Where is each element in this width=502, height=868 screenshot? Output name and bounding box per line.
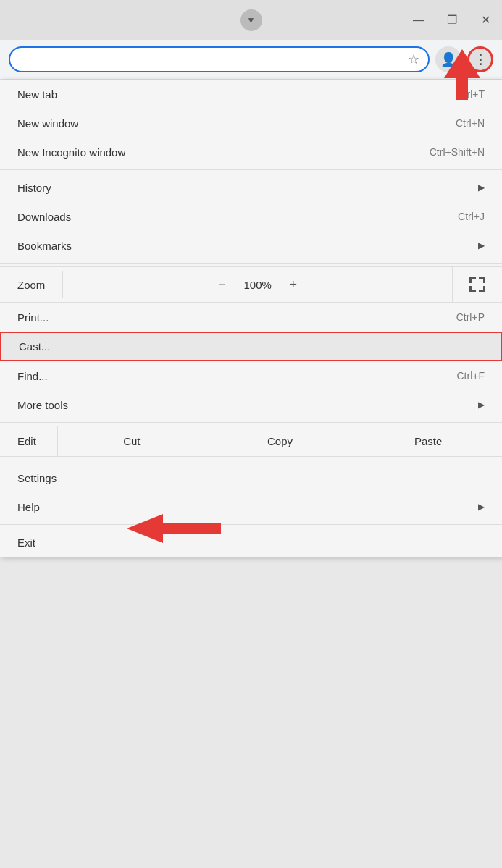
address-bar[interactable]: ☆ (9, 46, 430, 72)
copy-button[interactable]: Copy (206, 426, 355, 456)
zoom-value: 100% (243, 279, 271, 291)
address-bar-row: ☆ 👤 ⋮ (0, 40, 502, 80)
menu-item-settings[interactable]: Settings (0, 463, 502, 492)
svg-marker-9 (127, 514, 221, 543)
edit-row: Edit Cut Copy Paste (0, 426, 502, 457)
divider-3 (0, 422, 502, 423)
close-button[interactable]: ✕ (469, 0, 502, 40)
svg-rect-6 (469, 286, 472, 292)
cut-button[interactable]: Cut (58, 426, 206, 456)
title-bar-controls: — ❐ ✕ (402, 0, 502, 40)
zoom-plus-button[interactable]: + (283, 274, 304, 295)
svg-marker-0 (444, 49, 480, 100)
dropdown-icon: ▼ (247, 15, 256, 25)
divider-2 (0, 263, 502, 264)
divider-5 (0, 524, 502, 525)
menu-item-new-window[interactable]: New window Ctrl+N (0, 109, 502, 138)
minimize-button[interactable]: — (402, 0, 435, 40)
paste-button[interactable]: Paste (354, 426, 502, 456)
menu-item-exit[interactable]: Exit (0, 528, 502, 557)
edit-label: Edit (0, 426, 58, 456)
menu-item-new-incognito[interactable]: New Incognito window Ctrl+Shift+N (0, 138, 502, 167)
svg-rect-4 (483, 277, 485, 283)
menu-item-new-tab[interactable]: New tab Ctrl+T (0, 80, 502, 109)
red-arrow-left-annotation (127, 510, 221, 547)
zoom-controls: − 100% + (63, 267, 453, 302)
menu-item-find[interactable]: Find... Ctrl+F (0, 361, 502, 390)
svg-rect-2 (469, 277, 472, 283)
menu-item-help[interactable]: Help ▶ (0, 492, 502, 521)
url-input[interactable] (19, 54, 408, 65)
red-arrow-up-annotation (440, 49, 484, 100)
svg-rect-8 (483, 286, 485, 292)
title-bar: ▼ — ❐ ✕ (0, 0, 502, 40)
restore-button[interactable]: ❐ (435, 0, 469, 40)
title-bar-dropdown[interactable]: ▼ (240, 9, 262, 31)
menu-item-history[interactable]: History ▶ (0, 173, 502, 202)
divider-1 (0, 169, 502, 170)
fullscreen-icon (467, 274, 488, 295)
menu-item-downloads[interactable]: Downloads Ctrl+J (0, 202, 502, 231)
divider-4 (0, 460, 502, 460)
title-bar-center: ▼ (240, 9, 262, 31)
zoom-minus-button[interactable]: − (212, 274, 232, 295)
zoom-label: Zoom (0, 271, 63, 298)
menu-item-print[interactable]: Print... Ctrl+P (0, 303, 502, 332)
zoom-row: Zoom − 100% + (0, 266, 502, 303)
menu-item-bookmarks[interactable]: Bookmarks ▶ (0, 231, 502, 260)
star-icon[interactable]: ☆ (408, 51, 419, 67)
fullscreen-button[interactable] (453, 267, 502, 302)
menu-container: New tab Ctrl+T New window Ctrl+N New Inc… (0, 80, 502, 557)
menu-item-cast[interactable]: Cast... (0, 332, 502, 361)
menu-item-more-tools[interactable]: More tools ▶ (0, 390, 502, 419)
